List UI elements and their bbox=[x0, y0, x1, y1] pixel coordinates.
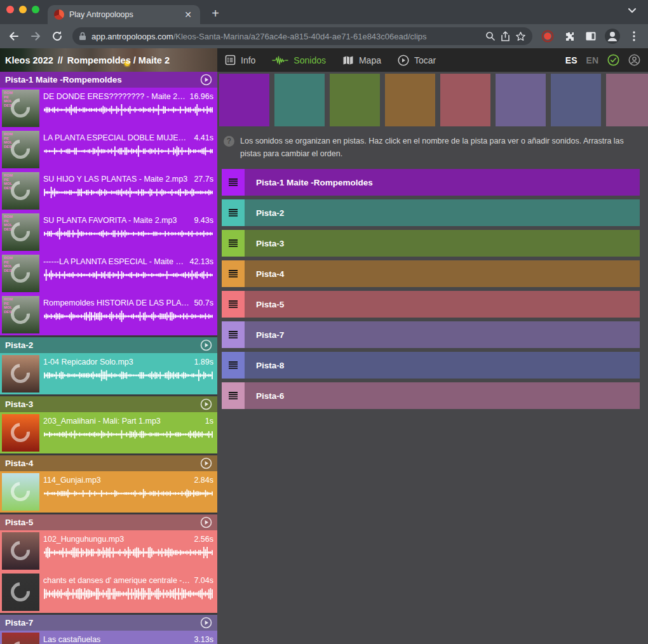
sidebar-track-name[interactable]: Pista-1 Maite -Rompemoldes bbox=[5, 75, 200, 84]
track-row-body[interactable]: Pista-1 Maite -Rompemoldes bbox=[245, 169, 640, 196]
clip-waveform[interactable] bbox=[43, 145, 213, 157]
sidebar-track-name[interactable]: Pista-3 bbox=[5, 399, 200, 409]
track-row-name[interactable]: Pista-7 bbox=[256, 330, 284, 340]
track-play-button[interactable] bbox=[200, 457, 212, 469]
minimize-window-button[interactable] bbox=[19, 6, 27, 13]
clip-waveform[interactable] bbox=[43, 547, 213, 558]
track-row[interactable]: Pista-1 Maite -Rompemoldes bbox=[222, 169, 640, 196]
breadcrumb[interactable]: Kleos 2022 // Rompemoldes / Maite 2 bbox=[0, 48, 217, 72]
audio-clip[interactable]: ROM PE MOL DES ------LA PLANNTA ESPECIAL… bbox=[0, 253, 217, 294]
track-row-name[interactable]: Pista-6 bbox=[256, 391, 284, 401]
track-row[interactable]: Pista-2 bbox=[222, 199, 640, 226]
clip-waveform[interactable] bbox=[43, 488, 213, 499]
track-row[interactable]: Pista-7 bbox=[222, 321, 640, 348]
clip-waveform[interactable] bbox=[43, 269, 213, 281]
browser-tab[interactable]: Play Antropoloops ✕ bbox=[48, 5, 200, 24]
track-row[interactable]: Pista-4 bbox=[222, 260, 640, 287]
maximize-window-button[interactable] bbox=[32, 6, 39, 13]
audio-clip[interactable]: ROM PE MOL DES DE DONDE ERES???????? - M… bbox=[0, 88, 217, 129]
track-row-name[interactable]: Pista-2 bbox=[256, 208, 284, 218]
sidebar-track-header[interactable]: Pista-4 bbox=[0, 455, 217, 471]
clip-waveform[interactable] bbox=[43, 187, 213, 198]
track-row-body[interactable]: Pista-5 bbox=[245, 291, 640, 318]
track-row-body[interactable]: Pista-4 bbox=[245, 260, 640, 287]
clip-waveform[interactable] bbox=[43, 370, 213, 381]
extensions-puzzle-icon[interactable] bbox=[560, 27, 578, 45]
back-button[interactable] bbox=[5, 27, 23, 45]
track-row-body[interactable]: Pista-8 bbox=[245, 352, 640, 379]
track-row-body[interactable]: Pista-7 bbox=[245, 321, 640, 348]
track-row[interactable]: Pista-8 bbox=[222, 352, 640, 379]
drag-handle[interactable] bbox=[222, 230, 245, 257]
track-row-name[interactable]: Pista-4 bbox=[256, 269, 284, 279]
track-row[interactable]: Pista-3 bbox=[222, 230, 640, 257]
track-play-button[interactable] bbox=[200, 516, 212, 528]
clip-waveform[interactable] bbox=[43, 311, 213, 322]
tab-mapa[interactable]: Mapa bbox=[342, 55, 381, 65]
drag-handle[interactable] bbox=[222, 260, 245, 287]
audio-clip[interactable]: ROM PE MOL DES LA PLANTA ESPECIAL DOBLE … bbox=[0, 129, 217, 170]
audio-clip[interactable]: ROM PE MOL DES Rompemoldes HISTORIA DE L… bbox=[0, 294, 217, 335]
lang-en-button[interactable]: EN bbox=[586, 55, 598, 65]
sidebar-track-name[interactable]: Pista-2 bbox=[5, 340, 200, 350]
drag-handle[interactable] bbox=[222, 321, 245, 348]
track-row-body[interactable]: Pista-2 bbox=[245, 199, 640, 226]
track-row[interactable]: Pista-6 bbox=[222, 382, 640, 409]
url-bar[interactable]: app.antropoloops.com/Kleos-Santa-Marina/… bbox=[72, 27, 532, 45]
tab-close-icon[interactable]: ✕ bbox=[182, 10, 194, 20]
zoom-icon[interactable] bbox=[485, 31, 496, 41]
track-play-button[interactable] bbox=[200, 74, 212, 86]
share-icon[interactable] bbox=[501, 31, 510, 42]
audio-clip[interactable]: 1-04 Repicador Solo.mp3 1.89s bbox=[0, 353, 217, 394]
drag-handle[interactable] bbox=[222, 169, 245, 196]
breadcrumb-site[interactable]: Kleos 2022 bbox=[5, 55, 53, 65]
track-play-button[interactable] bbox=[200, 398, 212, 410]
clip-waveform[interactable] bbox=[43, 228, 213, 239]
clip-waveform[interactable] bbox=[43, 104, 213, 116]
track-play-button[interactable] bbox=[200, 617, 212, 629]
track-row-body[interactable]: Pista-6 bbox=[245, 382, 640, 409]
drag-handle[interactable] bbox=[222, 382, 245, 409]
audio-clip[interactable]: Las castañuelas 3.13s bbox=[0, 631, 217, 644]
drag-handle[interactable] bbox=[222, 199, 245, 226]
sidebar-track-header[interactable]: Pista-5 bbox=[0, 514, 217, 530]
sidebar-track-name[interactable]: Pista-5 bbox=[5, 518, 200, 527]
audio-clip[interactable]: 203_Amalihani - Mali: Part 1.mp3 1s bbox=[0, 412, 217, 453]
tab-search-chevron-icon[interactable] bbox=[628, 8, 637, 14]
drag-handle[interactable] bbox=[222, 291, 245, 318]
sidebar-track-header[interactable]: Pista-7 bbox=[0, 615, 217, 631]
track-play-button[interactable] bbox=[200, 339, 212, 351]
tab-tocar[interactable]: Tocar bbox=[398, 55, 436, 66]
audio-clip[interactable]: ROM PE MOL DES SU HIJO Y LAS PLANTAS - M… bbox=[0, 170, 217, 211]
forward-button[interactable] bbox=[27, 27, 44, 45]
browser-menu-kebab-icon[interactable] bbox=[625, 27, 643, 45]
lang-es-button[interactable]: ES bbox=[565, 55, 577, 65]
reload-button[interactable] bbox=[48, 27, 66, 45]
bookmark-star-icon[interactable] bbox=[515, 31, 526, 42]
audio-clip[interactable]: 114_Gunjai.mp3 2.84s bbox=[0, 471, 217, 513]
sidebar-track-name[interactable]: Pista-7 bbox=[5, 618, 200, 627]
track-row-name[interactable]: Pista-5 bbox=[256, 300, 284, 309]
audio-clip[interactable]: ROM PE MOL DES SU PLANTA FAVORITA - Mait… bbox=[0, 211, 217, 253]
sidebar-track-name[interactable]: Pista-4 bbox=[5, 459, 200, 468]
record-indicator-icon[interactable] bbox=[539, 27, 557, 45]
track-row-name[interactable]: Pista-1 Maite -Rompemoldes bbox=[256, 178, 373, 187]
sidebar-track-header[interactable]: Pista-1 Maite -Rompemoldes bbox=[0, 72, 217, 88]
profile-avatar[interactable] bbox=[604, 27, 621, 45]
side-panel-icon[interactable] bbox=[582, 27, 600, 45]
tab-sonidos[interactable]: Sonidos bbox=[272, 55, 326, 65]
audio-clip[interactable]: 102_Hunguhungu.mp3 2.56s bbox=[0, 530, 217, 572]
track-row[interactable]: Pista-5 bbox=[222, 291, 640, 318]
sidebar-track-header[interactable]: Pista-3 bbox=[0, 396, 217, 412]
breadcrumb-page[interactable]: Rompemoldes / Maite 2 bbox=[67, 55, 170, 65]
close-window-button[interactable] bbox=[6, 6, 14, 13]
account-icon[interactable] bbox=[628, 54, 640, 66]
drag-handle[interactable] bbox=[222, 352, 245, 379]
track-row-name[interactable]: Pista-3 bbox=[256, 239, 284, 248]
audio-clip[interactable]: chants et danses d' amerique centrale - … bbox=[0, 572, 217, 613]
sidebar-track-header[interactable]: Pista-2 bbox=[0, 337, 217, 353]
track-row-body[interactable]: Pista-3 bbox=[245, 230, 640, 257]
new-tab-button[interactable]: + bbox=[208, 6, 223, 21]
track-row-name[interactable]: Pista-8 bbox=[256, 361, 284, 370]
clip-waveform[interactable] bbox=[43, 588, 213, 600]
